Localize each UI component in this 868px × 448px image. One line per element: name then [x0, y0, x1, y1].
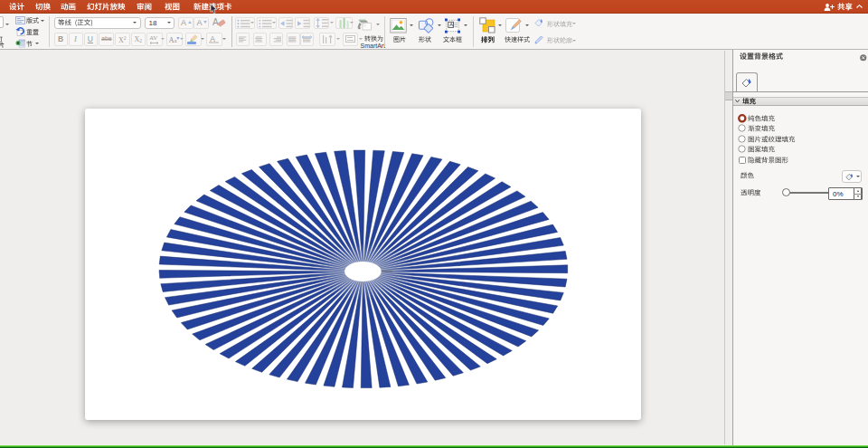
svg-text:A: A	[449, 22, 453, 27]
